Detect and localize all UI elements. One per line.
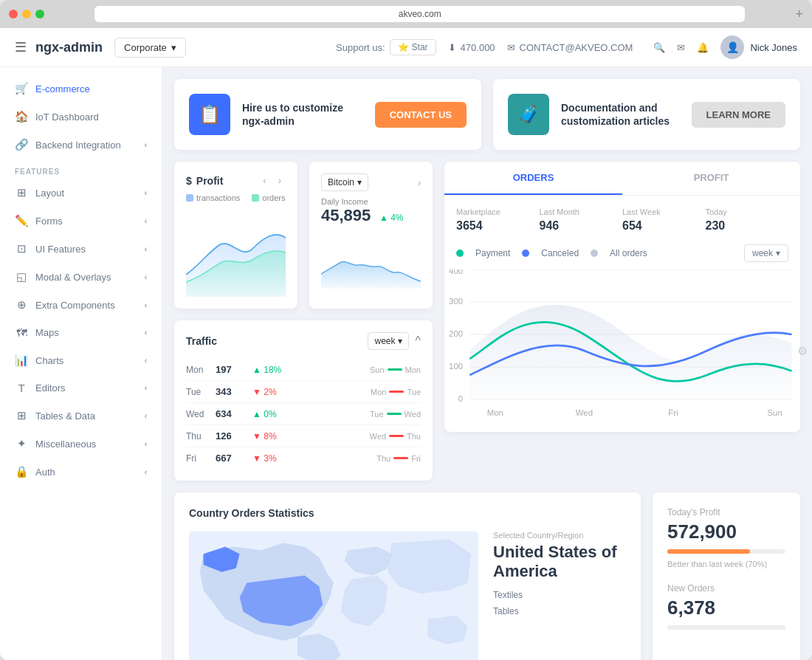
sidebar-item-extra[interactable]: ⊕ Extra Components ‹ — [0, 291, 162, 319]
browser-dots — [9, 10, 44, 18]
chevron-icon: ‹ — [145, 384, 147, 392]
traffic-expand[interactable]: ^ — [415, 334, 421, 348]
svg-text:300: 300 — [449, 298, 463, 306]
sidebar-item-label: E-commerce — [35, 83, 90, 94]
svg-text:100: 100 — [449, 362, 463, 371]
country-name: United States of America — [493, 543, 626, 581]
forms-icon: ✏️ — [15, 214, 28, 227]
mail-icon[interactable]: ✉ — [677, 42, 685, 53]
traffic-card: Traffic week ▾ ^ — [174, 320, 433, 481]
maximize-dot[interactable] — [35, 10, 44, 18]
sidebar-item-ui[interactable]: ⊡ UI Features ‹ — [0, 235, 162, 263]
traffic-period-select[interactable]: week ▾ — [368, 332, 409, 350]
content-area: 📋 Hire us to customize ngx-admin CONTACT… — [162, 67, 812, 660]
chevron-icon: ‹ — [145, 440, 147, 448]
sidebar-item-charts[interactable]: 📊 Charts ‹ — [0, 346, 162, 374]
tab-profit[interactable]: PROFIT — [622, 162, 800, 195]
chevron-icon: ‹ — [145, 273, 147, 281]
new-orders-value: 6,378 — [667, 597, 785, 619]
bell-icon[interactable]: 🔔 — [697, 42, 709, 53]
url-bar[interactable]: akveo.com — [94, 6, 745, 22]
sidebar-item-tables[interactable]: ⊞ Tables & Data ‹ — [0, 402, 162, 430]
profit-next[interactable]: › — [274, 173, 286, 188]
chevron-icon: ‹ — [145, 189, 147, 197]
orders-bar — [667, 625, 785, 630]
legend-allorders-dot — [591, 250, 598, 257]
profit-bar-fill — [667, 549, 750, 554]
theme-dropdown[interactable]: Corporate ▾ — [114, 38, 186, 58]
contact-us-button[interactable]: CONTACT US — [375, 102, 467, 128]
orders-bar-fill — [667, 625, 785, 630]
income-change: ▲ 4% — [379, 213, 404, 223]
profit-prev[interactable]: ‹ — [258, 173, 270, 188]
svg-text:Fri: Fri — [668, 408, 678, 417]
tables-icon: ⊞ — [15, 409, 28, 422]
income-value: 45,895 — [321, 206, 371, 224]
sidebar: 🛒 E-commerce 🏠 IoT Dashboard 🔗 Backend I… — [0, 67, 162, 660]
traffic-title: Traffic — [186, 335, 217, 347]
today-profit-section: Today's Profit 572,900 Better than last … — [667, 507, 785, 568]
sidebar-item-modal[interactable]: ◱ Modal & Overlays ‹ — [0, 263, 162, 291]
bottom-section: Country Orders Statistics — [174, 492, 800, 660]
profit-legend: transactions orders — [186, 193, 286, 202]
app-logo: ngx-admin — [35, 40, 103, 55]
sidebar-item-forms[interactable]: ✏️ Forms ‹ — [0, 207, 162, 235]
search-icon[interactable]: 🔍 — [653, 42, 665, 53]
legend-orders: orders — [252, 193, 285, 202]
new-orders-label: New Orders — [667, 583, 785, 594]
chevron-icon: ‹ — [145, 141, 147, 149]
legend-canceled-label: Canceled — [541, 248, 579, 258]
browser-bar: akveo.com + — [0, 0, 812, 28]
iot-icon: 🏠 — [15, 110, 28, 123]
promo-text-1: Hire us to customize ngx-admin — [242, 101, 363, 128]
sidebar-item-layout[interactable]: ⊞ Layout ‹ — [0, 179, 162, 207]
stat-last-week: Last Week 654 — [622, 207, 706, 233]
topbar: ☰ ngx-admin Corporate ▾ Support us: ⭐ St… — [0, 28, 812, 67]
orders-chart: 0 100 200 300 400 Mon Wed Fri Sun — [444, 269, 800, 432]
sidebar-item-editors[interactable]: T Editors ‹ — [0, 374, 162, 402]
sidebar-item-ecommerce[interactable]: 🛒 E-commerce — [0, 75, 162, 103]
profit-card: $ Profit ‹ › — [174, 162, 297, 309]
promo-section: 📋 Hire us to customize ngx-admin CONTACT… — [174, 79, 800, 150]
svg-text:Sun: Sun — [767, 408, 782, 417]
sidebar-item-iot[interactable]: 🏠 IoT Dashboard — [0, 103, 162, 131]
profit-nav[interactable]: ‹ › — [258, 173, 286, 188]
orders-tabs: ORDERS PROFIT — [444, 162, 800, 196]
user-profile[interactable]: 👤 Nick Jones — [720, 35, 797, 59]
mini-bar-icon — [393, 457, 408, 459]
orders-period-dropdown[interactable]: week ▾ — [744, 244, 788, 262]
chevron-icon: ‹ — [145, 217, 147, 225]
legend-dot-orders — [252, 194, 259, 202]
tab-orders[interactable]: ORDERS — [444, 162, 622, 195]
minimize-dot[interactable] — [22, 10, 31, 18]
close-dot[interactable] — [9, 10, 18, 18]
today-profit-label: Today's Profit — [667, 507, 785, 518]
table-row: Thu 126 ▼ 8% Wed Thu — [186, 425, 421, 447]
svg-text:400: 400 — [449, 269, 463, 275]
sidebar-item-backend[interactable]: 🔗 Backend Integration ‹ — [0, 131, 162, 159]
stat-marketplace: Marketplace 3654 — [456, 207, 540, 233]
menu-icon[interactable]: ☰ — [15, 39, 27, 55]
sidebar-item-misc[interactable]: ✦ Miscellaneous ‹ — [0, 430, 162, 458]
bitcoin-next[interactable]: › — [418, 177, 421, 188]
sidebar-item-label: IoT Dashboard — [35, 111, 99, 123]
bitcoin-header: Bitcoin ▾ › — [321, 173, 421, 191]
legend-allorders-label: All orders — [610, 248, 647, 258]
sidebar-item-auth[interactable]: 🔒 Auth ‹ — [0, 458, 162, 486]
sidebar-item-maps[interactable]: 🗺 Maps ‹ — [0, 319, 162, 346]
svg-text:200: 200 — [449, 330, 463, 339]
country-label: Selected Country/Region — [493, 531, 626, 540]
brand: ☰ ngx-admin — [15, 39, 103, 55]
table-row: Fri 667 ▼ 3% Thu Fri — [186, 447, 421, 469]
settings-gear-icon[interactable]: ⚙ — [797, 344, 808, 358]
editors-icon: T — [15, 382, 28, 394]
star-button[interactable]: ⭐ Star — [390, 39, 436, 55]
new-tab-button[interactable]: + — [795, 7, 803, 22]
income-label: Daily Income — [321, 197, 421, 206]
learn-more-button[interactable]: LEARN MORE — [692, 102, 785, 128]
support-label: Support us: ⭐ Star — [336, 39, 436, 55]
sidebar-nav: 🛒 E-commerce 🏠 IoT Dashboard 🔗 Backend I… — [0, 67, 162, 660]
bitcoin-select[interactable]: Bitcoin ▾ — [321, 173, 368, 191]
contact-email[interactable]: ✉ CONTACT@AKVEO.COM — [507, 42, 633, 53]
maps-icon: 🗺 — [15, 326, 28, 339]
